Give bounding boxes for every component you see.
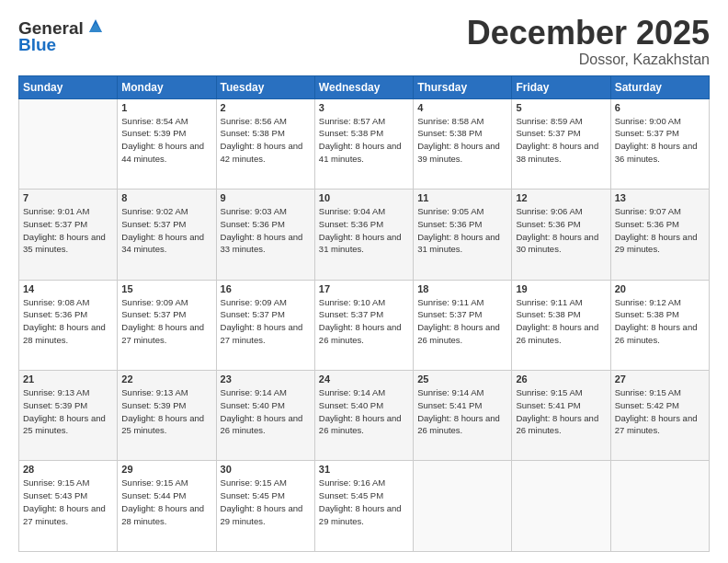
calendar-cell: 29 Sunrise: 9:15 AMSunset: 5:44 PMDaylig… [118,461,216,552]
header: General Blue December 2025 Dossor, Kazak… [18,15,710,68]
day-info: Sunrise: 9:14 AMSunset: 5:40 PMDaylight:… [221,386,311,437]
calendar-cell: 22 Sunrise: 9:13 AMSunset: 5:39 PMDaylig… [118,371,216,461]
calendar-cell: 7 Sunrise: 9:01 AMSunset: 5:37 PMDayligh… [19,190,118,280]
day-number: 9 [221,192,311,203]
calendar-cell: 10 Sunrise: 9:04 AMSunset: 5:36 PMDaylig… [314,190,413,280]
day-number: 30 [221,464,311,475]
calendar-cell [414,461,512,552]
day-info: Sunrise: 9:10 AMSunset: 5:37 PMDaylight:… [319,296,409,347]
day-number: 17 [319,283,409,294]
calendar-cell: 1 Sunrise: 8:54 AMSunset: 5:39 PMDayligh… [118,98,216,189]
day-number: 10 [319,192,409,203]
day-number: 31 [319,464,409,475]
page: General Blue December 2025 Dossor, Kazak… [0,0,728,563]
day-number: 7 [23,192,113,203]
calendar-cell: 27 Sunrise: 9:15 AMSunset: 5:42 PMDaylig… [610,371,709,461]
day-info: Sunrise: 9:13 AMSunset: 5:39 PMDaylight:… [23,386,113,437]
day-info: Sunrise: 9:00 AMSunset: 5:37 PMDaylight:… [615,115,705,166]
week-row-3: 14 Sunrise: 9:08 AMSunset: 5:36 PMDaylig… [19,280,710,370]
calendar-cell: 25 Sunrise: 9:14 AMSunset: 5:41 PMDaylig… [414,371,512,461]
day-info: Sunrise: 9:16 AMSunset: 5:45 PMDaylight:… [319,477,409,527]
calendar-cell: 11 Sunrise: 9:05 AMSunset: 5:36 PMDaylig… [414,190,512,280]
day-number: 12 [516,192,606,203]
day-number: 6 [615,102,705,113]
day-number: 2 [221,102,311,113]
calendar-cell [610,461,709,552]
day-number: 11 [417,192,507,203]
day-number: 20 [615,283,705,294]
day-info: Sunrise: 9:15 AMSunset: 5:44 PMDaylight:… [121,477,211,527]
day-info: Sunrise: 8:58 AMSunset: 5:38 PMDaylight:… [417,115,507,166]
day-number: 4 [417,102,507,113]
calendar-cell: 16 Sunrise: 9:09 AMSunset: 5:37 PMDaylig… [216,280,314,370]
weekday-header-wednesday: Wednesday [314,75,413,98]
day-info: Sunrise: 9:01 AMSunset: 5:37 PMDaylight:… [23,205,113,256]
day-info: Sunrise: 9:08 AMSunset: 5:36 PMDaylight:… [23,296,113,347]
day-info: Sunrise: 9:11 AMSunset: 5:38 PMDaylight:… [516,296,606,347]
weekday-header-row: SundayMondayTuesdayWednesdayThursdayFrid… [19,75,710,98]
calendar-cell: 21 Sunrise: 9:13 AMSunset: 5:39 PMDaylig… [19,371,118,461]
calendar-cell: 9 Sunrise: 9:03 AMSunset: 5:36 PMDayligh… [216,190,314,280]
month-title: December 2025 [467,15,710,52]
weekday-header-tuesday: Tuesday [216,75,314,98]
day-number: 25 [417,373,507,385]
weekday-header-thursday: Thursday [414,75,512,98]
day-info: Sunrise: 9:12 AMSunset: 5:38 PMDaylight:… [615,296,705,347]
day-info: Sunrise: 9:14 AMSunset: 5:40 PMDaylight:… [319,386,409,437]
day-info: Sunrise: 9:13 AMSunset: 5:39 PMDaylight:… [121,386,211,437]
calendar-cell: 18 Sunrise: 9:11 AMSunset: 5:37 PMDaylig… [414,280,512,370]
day-info: Sunrise: 9:15 AMSunset: 5:42 PMDaylight:… [615,386,705,437]
calendar-cell: 12 Sunrise: 9:06 AMSunset: 5:36 PMDaylig… [512,190,610,280]
day-info: Sunrise: 9:14 AMSunset: 5:41 PMDaylight:… [417,386,507,437]
day-number: 15 [121,283,211,294]
calendar-cell: 24 Sunrise: 9:14 AMSunset: 5:40 PMDaylig… [314,371,413,461]
calendar-cell [19,98,118,189]
calendar-cell: 28 Sunrise: 9:15 AMSunset: 5:43 PMDaylig… [19,461,118,552]
day-info: Sunrise: 8:54 AMSunset: 5:39 PMDaylight:… [121,115,211,166]
weekday-header-saturday: Saturday [610,75,709,98]
day-number: 19 [516,283,606,294]
week-row-4: 21 Sunrise: 9:13 AMSunset: 5:39 PMDaylig… [19,371,710,461]
calendar-cell: 8 Sunrise: 9:02 AMSunset: 5:37 PMDayligh… [118,190,216,280]
weekday-header-monday: Monday [118,75,216,98]
title-section: December 2025 Dossor, Kazakhstan [467,15,710,68]
calendar-cell: 5 Sunrise: 8:59 AMSunset: 5:37 PMDayligh… [512,98,610,189]
week-row-5: 28 Sunrise: 9:15 AMSunset: 5:43 PMDaylig… [19,461,710,552]
day-info: Sunrise: 9:15 AMSunset: 5:43 PMDaylight:… [23,477,113,527]
weekday-header-sunday: Sunday [19,75,118,98]
day-info: Sunrise: 9:03 AMSunset: 5:36 PMDaylight:… [221,205,311,256]
day-number: 8 [121,192,211,203]
calendar-cell: 15 Sunrise: 9:09 AMSunset: 5:37 PMDaylig… [118,280,216,370]
day-info: Sunrise: 9:09 AMSunset: 5:37 PMDaylight:… [221,296,311,347]
day-info: Sunrise: 9:11 AMSunset: 5:37 PMDaylight:… [417,296,507,347]
calendar-cell: 19 Sunrise: 9:11 AMSunset: 5:38 PMDaylig… [512,280,610,370]
day-number: 16 [221,283,311,294]
day-info: Sunrise: 9:07 AMSunset: 5:36 PMDaylight:… [615,205,705,256]
calendar-cell: 17 Sunrise: 9:10 AMSunset: 5:37 PMDaylig… [314,280,413,370]
calendar-cell: 26 Sunrise: 9:15 AMSunset: 5:41 PMDaylig… [512,371,610,461]
weekday-header-friday: Friday [512,75,610,98]
day-number: 5 [516,102,606,113]
calendar-cell: 23 Sunrise: 9:14 AMSunset: 5:40 PMDaylig… [216,371,314,461]
day-info: Sunrise: 9:15 AMSunset: 5:41 PMDaylight:… [516,386,606,437]
day-number: 14 [23,283,113,294]
day-number: 18 [417,283,507,294]
day-number: 29 [121,464,211,475]
calendar-cell: 2 Sunrise: 8:56 AMSunset: 5:38 PMDayligh… [216,98,314,189]
day-number: 13 [615,192,705,203]
day-number: 26 [516,373,606,385]
calendar-cell: 3 Sunrise: 8:57 AMSunset: 5:38 PMDayligh… [314,98,413,189]
day-number: 24 [319,373,409,385]
calendar-table: SundayMondayTuesdayWednesdayThursdayFrid… [18,75,710,552]
calendar-cell: 6 Sunrise: 9:00 AMSunset: 5:37 PMDayligh… [610,98,709,189]
location: Dossor, Kazakhstan [467,52,710,68]
day-info: Sunrise: 8:59 AMSunset: 5:37 PMDaylight:… [516,115,606,166]
day-info: Sunrise: 9:04 AMSunset: 5:36 PMDaylight:… [319,205,409,256]
week-row-2: 7 Sunrise: 9:01 AMSunset: 5:37 PMDayligh… [19,190,710,280]
day-number: 23 [221,373,311,385]
day-number: 22 [121,373,211,385]
logo-icon [85,16,106,36]
logo: General Blue [18,18,106,55]
day-number: 21 [23,373,113,385]
day-number: 27 [615,373,705,385]
